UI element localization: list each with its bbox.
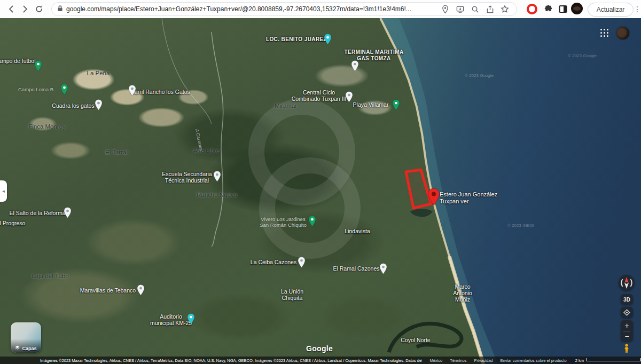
install-icon[interactable] [454, 3, 466, 15]
lock-icon [57, 4, 63, 14]
map-pin-gray[interactable] [345, 91, 353, 105]
bookmark-star-icon[interactable] [498, 3, 511, 15]
red-o-extension-icon[interactable] [526, 3, 538, 15]
sidebar-icon[interactable] [557, 3, 569, 15]
share-icon[interactable] [483, 3, 496, 15]
layers-icon [15, 345, 20, 351]
google-watermark: Google [306, 344, 333, 353]
attribution-link[interactable]: Privacidad [474, 358, 493, 363]
map-pin-gray[interactable] [128, 85, 136, 98]
menu-dots-icon[interactable]: ⋮ [635, 3, 640, 15]
3d-button[interactable]: 3D [621, 294, 633, 305]
forward-icon[interactable] [18, 2, 32, 16]
map-pin-red[interactable] [427, 188, 440, 208]
back-icon[interactable] [4, 2, 18, 16]
browser-toolbar: google.com/maps/place/Estero+Juan+Gonzál… [0, 0, 641, 19]
map-pin-gray[interactable] [64, 207, 72, 220]
extensions-puzzle-icon[interactable] [542, 3, 554, 15]
apps-grid-icon[interactable] [600, 29, 609, 37]
maps-pin-icon[interactable] [439, 3, 451, 15]
map-pin-gray[interactable] [298, 257, 306, 270]
layers-label: Capas [22, 346, 36, 351]
map-pin-teal[interactable] [324, 34, 332, 47]
attribution-link[interactable]: Enviar comentarios sobre el producto [501, 358, 567, 363]
map-pin-green[interactable] [308, 216, 316, 229]
pegman-icon[interactable] [622, 344, 631, 353]
my-location-icon[interactable] [621, 307, 633, 318]
map-pin-green[interactable] [392, 99, 400, 113]
map-pin-green[interactable] [60, 84, 68, 97]
scale-bar [587, 358, 641, 361]
avatar[interactable] [616, 27, 629, 39]
layers-button[interactable]: Capas [11, 322, 41, 353]
map-pin-gray[interactable] [95, 99, 103, 113]
zoom-control: + − [621, 320, 633, 342]
map-pin-teal[interactable] [187, 313, 195, 327]
map-pin-gray[interactable] [137, 284, 145, 298]
attribution-link[interactable]: México [429, 358, 442, 363]
address-bar[interactable]: google.com/maps/place/Estero+Juan+Gonzál… [51, 2, 517, 16]
zoom-out-button[interactable]: − [621, 331, 633, 342]
attribution-links: MéxicoTérminosPrivacidadEnviar comentari… [422, 358, 566, 363]
attribution-link[interactable]: Términos [450, 358, 466, 363]
url-text[interactable]: google.com/maps/place/Estero+Juan+Gonzál… [66, 5, 436, 13]
map-pin-gray[interactable] [351, 60, 359, 74]
side-panel-toggle[interactable]: ◂ [0, 180, 7, 202]
scale-label: 2 km [575, 358, 584, 363]
map-canvas[interactable] [0, 18, 641, 364]
zoom-search-icon[interactable] [468, 3, 481, 15]
reload-icon[interactable] [32, 2, 46, 16]
compass-icon[interactable] [619, 275, 635, 291]
map-pin-green[interactable] [34, 60, 42, 74]
attribution-bar: Imágenes ©2023 Maxar Technologies, Airbu… [0, 357, 641, 364]
browser-window: google.com/maps/place/Estero+Juan+Gonzál… [0, 0, 641, 364]
zoom-in-button[interactable]: + [621, 321, 633, 331]
profile-avatar[interactable] [570, 2, 583, 15]
update-browser-button[interactable]: Actualizar [588, 3, 634, 17]
attribution-imagery: Imágenes ©2023 Maxar Technologies, Airbu… [40, 358, 422, 363]
map-scale: 2 km [575, 358, 641, 363]
map-pin-gray[interactable] [379, 263, 387, 276]
map-pin-gray[interactable] [213, 171, 221, 184]
